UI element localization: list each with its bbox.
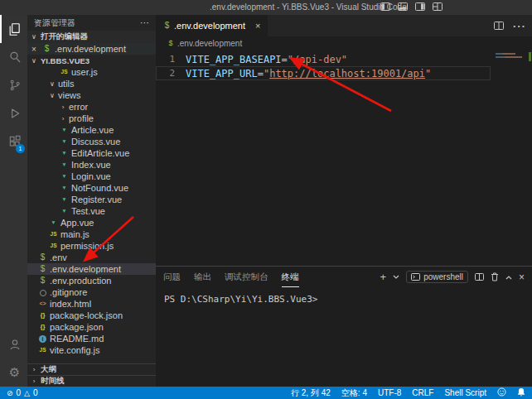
url-link[interactable]: http://localhost:19001/api xyxy=(269,68,425,79)
tree-item-vite.config.js[interactable]: JSvite.config.js xyxy=(27,344,156,356)
run-debug-icon[interactable] xyxy=(0,99,27,127)
tree-item-README.md[interactable]: iREADME.md xyxy=(27,333,156,344)
toggle-sidebar-icon[interactable] xyxy=(380,2,390,11)
window-title: .env.development - Yi.BBS.Vue3 - Visual … xyxy=(210,2,407,12)
breadcrumb-item: .env.development xyxy=(177,39,242,48)
toggle-panel-icon[interactable] xyxy=(398,2,408,11)
tree-item-Test.vue[interactable]: ▼Test.vue xyxy=(27,205,156,217)
tree-item-.gitignore[interactable]: .gitignore xyxy=(27,286,156,298)
file-name: package.json xyxy=(50,322,104,332)
tree-item-.env[interactable]: $.env xyxy=(27,252,156,263)
code-editor[interactable]: 1 VITE_APP_BASEAPI = "/api-dev" 2 VITE_A… xyxy=(156,50,532,266)
maximize-panel-icon[interactable] xyxy=(505,275,512,280)
tab-debug-console[interactable]: 调试控制台 xyxy=(225,267,268,287)
open-editor-item[interactable]: × $ .env.development xyxy=(27,43,156,55)
settings-gear-icon[interactable]: ⚙ xyxy=(0,358,27,387)
close-panel-icon[interactable]: × xyxy=(519,272,525,282)
vue-file-icon: ▼ xyxy=(59,148,70,158)
encoding[interactable]: UTF-8 xyxy=(378,388,401,397)
more-actions-icon[interactable]: ⋯ xyxy=(512,18,525,34)
vue-file-icon: ▼ xyxy=(59,137,70,147)
close-tab-icon[interactable]: × xyxy=(255,21,260,31)
error-icon: ⊘ xyxy=(7,389,13,397)
accounts-icon[interactable] xyxy=(0,330,27,358)
tree-item-profile[interactable]: ›profile xyxy=(27,113,156,124)
terminal-icon xyxy=(411,273,420,281)
source-control-icon[interactable] xyxy=(0,71,27,99)
tree-item-package-lock.json[interactable]: {}package-lock.json xyxy=(27,310,156,321)
indentation[interactable]: 空格: 4 xyxy=(341,387,367,399)
panel-tabs: 问题 输出 调试控制台 终端 xyxy=(163,267,299,287)
notifications-bell-icon[interactable] xyxy=(517,387,525,398)
file-name: Register.vue xyxy=(71,195,122,204)
tree-item-Index.vue[interactable]: ▼Index.vue xyxy=(27,159,156,171)
feedback-smiley-icon[interactable] xyxy=(497,387,506,398)
cursor-position[interactable]: 行 2, 列 42 xyxy=(291,387,331,399)
open-editors-label: 打开的编辑器 xyxy=(41,31,88,42)
file-name: vite.config.js xyxy=(50,345,100,355)
warning-count: 0 xyxy=(33,388,38,397)
tree-item-index.html[interactable]: <>index.html xyxy=(27,298,156,310)
breadcrumb[interactable]: $ .env.development xyxy=(156,36,532,50)
file-tree: JSuser.js∨utils∨views›error›profile▼Arti… xyxy=(27,66,156,356)
tab-problems[interactable]: 问题 xyxy=(163,267,181,287)
chevron-down-icon[interactable] xyxy=(393,275,399,280)
tree-item-Register.vue[interactable]: ▼Register.vue xyxy=(27,194,156,205)
minimap-line xyxy=(496,56,522,58)
terminal-output[interactable]: PS D:\CSharp\Yi\Yi.BBS.Vue3> xyxy=(156,287,532,387)
project-root-header[interactable]: ∨ YI.BBS.VUE3 xyxy=(27,55,156,66)
extensions-icon[interactable]: 1 xyxy=(0,127,27,156)
code-line-2[interactable]: 2 VITE_APP_URL = " http://localhost:1900… xyxy=(156,66,491,80)
tab-output[interactable]: 输出 xyxy=(194,267,211,287)
tree-item-permission.js[interactable]: JSpermission.js xyxy=(27,240,156,252)
code-variable: VITE_APP_BASEAPI xyxy=(186,54,282,65)
file-name: EditArticle.vue xyxy=(71,148,129,158)
customize-layout-icon[interactable] xyxy=(433,2,443,11)
tree-item-main.js[interactable]: JSmain.js xyxy=(27,228,156,240)
more-actions-icon[interactable]: ⋯ xyxy=(140,17,149,28)
tree-item-.env.production[interactable]: $.env.production xyxy=(27,275,156,286)
tree-item-Article.vue[interactable]: ▼Article.vue xyxy=(27,124,156,136)
search-icon[interactable] xyxy=(0,43,27,71)
tree-item-Discuss.vue[interactable]: ▼Discuss.vue xyxy=(27,136,156,147)
timeline-section[interactable]: › 时间线 xyxy=(27,375,156,387)
language-mode[interactable]: Shell Script xyxy=(444,388,486,397)
warning-icon: △ xyxy=(24,389,30,397)
js-file-icon: JS xyxy=(48,229,59,239)
js-file-icon: JS xyxy=(59,67,70,77)
split-editor-icon[interactable] xyxy=(494,18,504,33)
kill-terminal-trash-icon[interactable] xyxy=(491,272,499,281)
tree-item-App.vue[interactable]: ▼App.vue xyxy=(27,217,156,228)
problems-status[interactable]: ⊘ 0 △ 0 xyxy=(7,388,38,397)
tree-item-error[interactable]: ›error xyxy=(27,101,156,113)
file-name: .env.production xyxy=(50,276,111,286)
split-terminal-icon[interactable] xyxy=(475,273,484,281)
tab-terminal[interactable]: 终端 xyxy=(282,267,299,287)
tab-env-development[interactable]: $ .env.development × xyxy=(156,15,268,36)
file-name: main.js xyxy=(60,229,89,239)
tree-item-NotFound.vue[interactable]: ▼NotFound.vue xyxy=(27,182,156,194)
minimap[interactable] xyxy=(492,50,532,266)
tree-item-package.json[interactable]: {}package.json xyxy=(27,321,156,333)
close-icon[interactable]: × xyxy=(31,45,39,54)
tab-label: .env.development xyxy=(174,21,245,31)
new-terminal-icon[interactable]: + xyxy=(380,272,387,282)
toggle-secondary-sidebar-icon[interactable] xyxy=(415,2,425,11)
vue-file-icon: ▼ xyxy=(59,160,70,170)
code-line-1[interactable]: 1 VITE_APP_BASEAPI = "/api-dev" xyxy=(156,52,491,66)
tree-item-Login.vue[interactable]: ▼Login.vue xyxy=(27,171,156,182)
tree-item-EditArticle.vue[interactable]: ▼EditArticle.vue xyxy=(27,147,156,159)
tree-item-views[interactable]: ∨views xyxy=(27,89,156,101)
open-editors-header[interactable]: ∨ 打开的编辑器 xyxy=(27,31,156,43)
tree-item-utils[interactable]: ∨utils xyxy=(27,78,156,89)
outline-section[interactable]: › 大纲 xyxy=(27,363,156,375)
activity-bar: 1 ⚙ xyxy=(0,15,27,387)
tree-item-user.js[interactable]: JSuser.js xyxy=(27,66,156,78)
vue-file-icon: ▼ xyxy=(59,183,70,193)
outline-label: 大纲 xyxy=(41,364,56,375)
json-file-icon: {} xyxy=(37,310,48,320)
eol-sequence[interactable]: CRLF xyxy=(412,388,433,397)
tree-item-.env.development[interactable]: $.env.development xyxy=(27,263,156,275)
terminal-instance-powershell[interactable]: powershell xyxy=(406,271,468,283)
explorer-icon[interactable] xyxy=(0,15,27,43)
